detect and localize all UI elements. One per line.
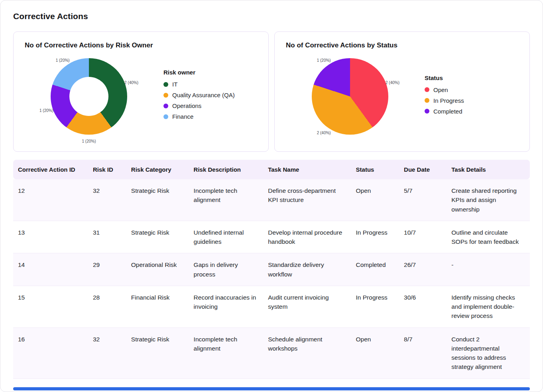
table-cell: Incomplete tech alignment [189, 179, 264, 221]
table-cell: Identify missing checks and implement do… [447, 286, 530, 327]
table-cell: Strategic Risk [126, 327, 189, 378]
legend-label: In Progress [433, 97, 464, 104]
table-cell: - [447, 253, 530, 286]
column-header: Due Date [399, 160, 447, 179]
donut-chart-graphic [51, 58, 127, 135]
table-cell: 31 [88, 221, 126, 253]
table-cell: Audit current invoicing system [263, 286, 351, 327]
legend-label: Quality Assurance (QA) [172, 92, 235, 98]
table-cell: 32 [88, 327, 126, 378]
table-cell: 28 [88, 286, 126, 327]
corrective-actions-table: Corrective Action IDRisk IDRisk Category… [13, 160, 530, 379]
table-body: 1232Strategic RiskIncomplete tech alignm… [13, 179, 530, 378]
slice-annotation: 1 (20%) [56, 58, 70, 63]
legend-swatch-icon [425, 98, 429, 103]
table-row: 1632Strategic RiskIncomplete tech alignm… [13, 327, 530, 378]
table-header-row: Corrective Action IDRisk IDRisk Category… [13, 160, 530, 179]
legend-label: Open [433, 86, 448, 93]
legend-title: Risk owner [163, 69, 235, 76]
table-cell: 32 [88, 179, 126, 221]
table-cell: 10/7 [399, 221, 447, 253]
table-cell: Financial Risk [126, 286, 189, 327]
table-cell: Open [351, 327, 399, 378]
legend-label: Completed [433, 108, 462, 115]
table-cell: 13 [13, 221, 88, 253]
table-cell: 26/7 [399, 253, 447, 286]
slice-annotation: 1 (20%) [39, 108, 53, 112]
risk-owner-chart-card: No of Corrective Actions by Risk Owner 2… [13, 31, 269, 152]
table-cell: Undefined internal guidelines [189, 221, 264, 253]
status-chart-card: No of Corrective Actions by Status 2 (40… [274, 31, 530, 152]
table-row: 1331Strategic RiskUndefined internal gui… [13, 221, 530, 253]
table-cell: Create shared reporting KPIs and assign … [447, 179, 530, 221]
table-cell: Conduct 2 interdepartmental sessions to … [447, 327, 530, 378]
risk-owner-donut-chart: 2 (40%)1 (20%)1 (20%)1 (20%) [25, 49, 153, 143]
table-row: 1528Financial RiskRecord inaccuracies in… [13, 286, 530, 327]
slice-annotation: 1 (20%) [317, 58, 331, 63]
column-header: Status [351, 160, 399, 179]
horizontal-scrollbar[interactable] [13, 387, 530, 390]
legend-item-open: Open [425, 86, 464, 93]
legend-item-completed: Completed [425, 108, 464, 115]
legend-item-in-progress: In Progress [425, 97, 464, 104]
table-cell: Operational Risk [126, 253, 189, 286]
column-header: Task Name [263, 160, 351, 179]
table-cell: 30/6 [399, 286, 447, 327]
table-cell: Strategic Risk [126, 221, 189, 253]
table-cell: 8/7 [399, 327, 447, 378]
legend-item-operations: Operations [163, 102, 235, 109]
legend-item-it: IT [163, 81, 235, 88]
column-header: Task Details [447, 160, 530, 179]
status-pie-chart: 2 (40%)2 (40%)1 (20%) [286, 49, 414, 143]
column-header: Risk ID [88, 160, 126, 179]
table-cell: Gaps in delivery process [189, 253, 264, 286]
table-cell: Incomplete tech alignment [189, 327, 264, 378]
table-cell: 5/7 [399, 179, 447, 221]
legend-item-finance: Finance [163, 113, 235, 120]
table-cell: Completed [351, 253, 399, 286]
legend-swatch-icon [163, 82, 168, 87]
legend-swatch-icon [425, 87, 429, 92]
risk-owner-legend: Risk ownerITQuality Assurance (QA)Operat… [163, 69, 235, 124]
table-cell: Develop internal procedure handbook [263, 221, 351, 253]
legend-label: IT [172, 81, 177, 88]
legend-swatch-icon [163, 104, 168, 108]
legend-swatch-icon [425, 109, 429, 114]
page-title: Corrective Actions [13, 12, 530, 21]
table-cell: Open [351, 179, 399, 221]
table-cell: 16 [13, 327, 88, 378]
table-cell: Record inaccuracies in invoicing [189, 286, 264, 327]
status-legend: StatusOpenIn ProgressCompleted [425, 74, 464, 119]
pie-chart-graphic [312, 58, 388, 135]
table-cell: 12 [13, 179, 88, 221]
risk-owner-chart-body: 2 (40%)1 (20%)1 (20%)1 (20%) Risk ownerI… [25, 49, 257, 143]
slice-annotation: 1 (20%) [82, 139, 96, 143]
charts-row: No of Corrective Actions by Risk Owner 2… [13, 31, 530, 152]
slice-annotation: 2 (40%) [386, 80, 399, 85]
risk-owner-chart-title: No of Corrective Actions by Risk Owner [25, 41, 257, 49]
column-header: Risk Description [189, 160, 264, 179]
status-chart-title: No of Corrective Actions by Status [286, 41, 518, 49]
legend-swatch-icon [163, 114, 168, 119]
slice-annotation: 2 (40%) [124, 80, 138, 85]
table-cell: In Progress [351, 286, 399, 327]
status-chart-body: 2 (40%)2 (40%)1 (20%) StatusOpenIn Progr… [286, 49, 518, 143]
legend-label: Operations [172, 102, 201, 109]
table-cell: Schedule alignment workshops [263, 327, 351, 378]
table-cell: In Progress [351, 221, 399, 253]
column-header: Risk Category [126, 160, 189, 179]
column-header: Corrective Action ID [13, 160, 88, 179]
table-cell: Outline and circulate SOPs for team feed… [447, 221, 530, 253]
table-cell: Strategic Risk [126, 179, 189, 221]
table-cell: Standardize delivery workflow [263, 253, 351, 286]
slice-annotation: 2 (40%) [317, 130, 331, 135]
legend-swatch-icon [163, 93, 168, 98]
legend-item-quality-assurance-qa: Quality Assurance (QA) [163, 92, 235, 98]
table-row: 1429Operational RiskGaps in delivery pro… [13, 253, 530, 286]
legend-label: Finance [172, 113, 193, 120]
corrective-actions-table-wrap: Corrective Action IDRisk IDRisk Category… [13, 160, 530, 379]
corrective-actions-page: Corrective Actions No of Corrective Acti… [0, 0, 543, 392]
table-row: 1232Strategic RiskIncomplete tech alignm… [13, 179, 530, 221]
table-cell: Define cross-department KPI structure [263, 179, 351, 221]
table-header: Corrective Action IDRisk IDRisk Category… [13, 160, 530, 179]
